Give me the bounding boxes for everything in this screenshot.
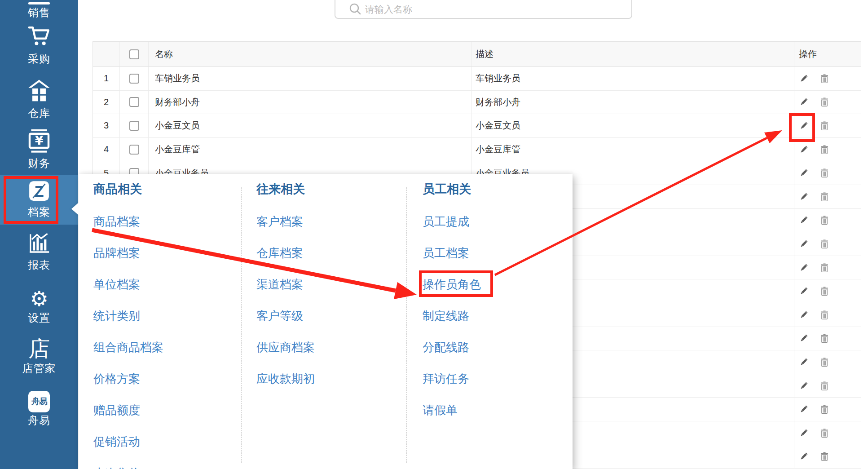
edit-pencil-icon[interactable]	[799, 357, 809, 367]
shop-icon: 店	[28, 338, 50, 360]
delete-trash-icon[interactable]	[820, 192, 829, 202]
menu-item[interactable]: 操作员角色	[423, 269, 481, 300]
edit-pencil-icon[interactable]	[799, 74, 809, 84]
row-ops	[794, 303, 861, 327]
row-ops	[794, 350, 861, 374]
edit-pencil-icon[interactable]	[799, 192, 809, 202]
row-ops	[794, 421, 861, 445]
sidebar-item-6[interactable]: 报表	[0, 231, 78, 271]
delete-trash-icon[interactable]	[820, 404, 829, 414]
edit-pencil-icon[interactable]	[799, 404, 809, 414]
menu-item[interactable]: 员工档案	[423, 237, 481, 269]
archives-mega-menu: 商品相关商品档案品牌档案单位档案统计类别组合商品档案价格方案赠品额度促销活动上次…	[79, 174, 573, 469]
sidebar-item-7[interactable]: ⚙设置	[0, 284, 78, 324]
menu-column-header: 员工相关	[423, 180, 481, 200]
menu-item[interactable]: 单位档案	[93, 269, 163, 300]
row-checkbox[interactable]	[129, 121, 139, 131]
menu-item[interactable]: 赠品额度	[93, 394, 163, 426]
search-box	[335, 0, 632, 19]
edit-pencil-icon[interactable]	[799, 381, 809, 391]
menu-item[interactable]: 组合商品档案	[93, 332, 163, 363]
sidebar-item-2[interactable]: 采购	[0, 25, 78, 65]
sidebar-item-label: 设置	[0, 312, 78, 324]
row-ops	[794, 398, 861, 421]
row-checkbox-cell	[120, 138, 149, 161]
delete-trash-icon[interactable]	[820, 333, 829, 343]
delete-trash-icon[interactable]	[820, 145, 829, 155]
warehouse-icon	[26, 78, 52, 105]
edit-pencil-icon[interactable]	[799, 121, 809, 131]
menu-item[interactable]: 商品档案	[93, 206, 163, 237]
delete-trash-icon[interactable]	[820, 451, 829, 461]
menu-item[interactable]: 渠道档案	[256, 269, 315, 300]
delete-trash-icon[interactable]	[820, 215, 829, 225]
sidebar-item-3[interactable]: 仓库	[0, 79, 78, 119]
edit-pencil-icon[interactable]	[799, 97, 809, 107]
edit-pencil-icon[interactable]	[799, 428, 809, 438]
menu-item[interactable]: 供应商档案	[256, 332, 315, 363]
select-all-checkbox[interactable]	[129, 49, 139, 59]
menu-item[interactable]: 制定线路	[423, 300, 481, 332]
menu-item[interactable]: 拜访任务	[423, 363, 481, 394]
row-index: 2	[93, 91, 120, 114]
row-checkbox-cell	[120, 114, 149, 137]
sidebar-item-8[interactable]: 店店管家	[0, 334, 78, 375]
row-checkbox[interactable]	[129, 145, 139, 155]
row-checkbox[interactable]	[129, 74, 139, 84]
edit-pencil-icon[interactable]	[799, 168, 809, 178]
edit-pencil-icon[interactable]	[799, 310, 809, 320]
delete-trash-icon[interactable]	[820, 310, 829, 320]
delete-trash-icon[interactable]	[820, 263, 829, 273]
menu-item[interactable]: 仓库档案	[256, 237, 315, 269]
sidebar-item-4[interactable]: ¥财务	[0, 129, 78, 170]
header-index	[93, 42, 120, 66]
menu-column-1: 商品相关商品档案品牌档案单位档案统计类别组合商品档案价格方案赠品额度促销活动上次…	[93, 180, 163, 469]
sidebar-item-1[interactable]: 销售	[0, 0, 78, 19]
row-desc: 小金豆文员	[472, 114, 794, 137]
menu-item[interactable]: 分配线路	[423, 332, 481, 363]
sidebar-item-label: 采购	[0, 53, 78, 65]
delete-trash-icon[interactable]	[820, 121, 829, 131]
row-checkbox-cell	[120, 91, 149, 114]
menu-item[interactable]: 客户等级	[256, 300, 315, 332]
edit-pencil-icon[interactable]	[799, 286, 809, 296]
table-header-row: 名称 描述 操作	[93, 42, 861, 67]
menu-item[interactable]: 品牌档案	[93, 237, 163, 269]
menu-item[interactable]: 促销活动	[93, 426, 163, 457]
menu-item[interactable]: 上次售价	[93, 457, 163, 469]
row-name: 小金豆库管	[149, 138, 472, 161]
menu-item[interactable]: 应收款期初	[256, 363, 315, 394]
delete-trash-icon[interactable]	[820, 97, 829, 107]
search-input[interactable]	[364, 2, 617, 17]
sidebar: 销售采购仓库¥财务Z档案报表⚙设置店店管家舟易舟易	[0, 0, 78, 469]
delete-trash-icon[interactable]	[820, 74, 829, 84]
row-checkbox[interactable]	[129, 97, 139, 107]
edit-pencil-icon[interactable]	[799, 239, 809, 249]
row-name: 车销业务员	[149, 67, 472, 90]
row-ops	[794, 67, 861, 90]
delete-trash-icon[interactable]	[820, 286, 829, 296]
menu-item[interactable]: 员工提成	[423, 206, 481, 237]
row-ops	[794, 327, 861, 350]
row-name: 财务部小舟	[149, 91, 472, 114]
menu-divider	[406, 187, 407, 463]
delete-trash-icon[interactable]	[820, 239, 829, 249]
delete-trash-icon[interactable]	[820, 381, 829, 391]
sidebar-item-9[interactable]: 舟易舟易	[0, 386, 78, 427]
menu-item[interactable]: 统计类别	[93, 300, 163, 332]
delete-trash-icon[interactable]	[820, 357, 829, 367]
row-desc: 车销业务员	[472, 67, 794, 90]
row-index: 4	[93, 138, 120, 161]
edit-pencil-icon[interactable]	[799, 215, 809, 225]
delete-trash-icon[interactable]	[820, 168, 829, 178]
menu-item[interactable]: 请假单	[423, 394, 481, 426]
row-ops	[794, 114, 861, 137]
menu-item[interactable]: 客户档案	[256, 206, 315, 237]
menu-item[interactable]: 价格方案	[93, 363, 163, 394]
edit-pencil-icon[interactable]	[799, 333, 809, 343]
delete-trash-icon[interactable]	[820, 428, 829, 438]
edit-pencil-icon[interactable]	[799, 263, 809, 273]
edit-pencil-icon[interactable]	[799, 145, 809, 155]
edit-pencil-icon[interactable]	[799, 451, 809, 461]
sidebar-item-5[interactable]: Z档案	[0, 175, 78, 225]
